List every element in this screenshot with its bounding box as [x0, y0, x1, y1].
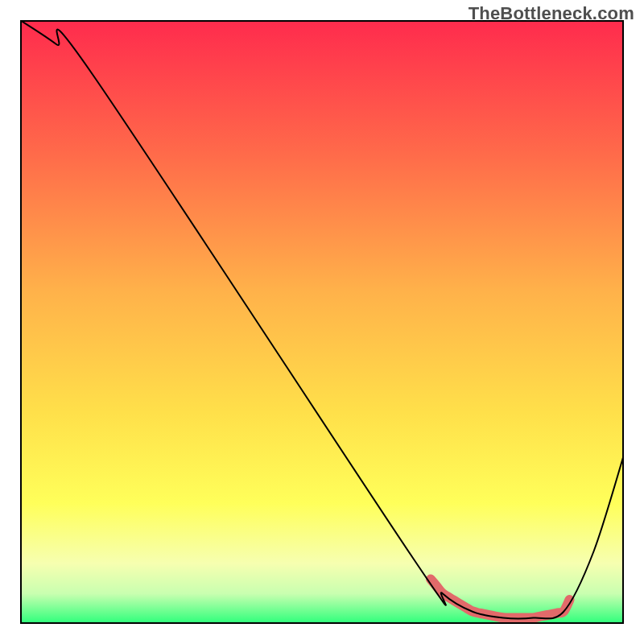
chart-plot	[20, 20, 624, 624]
gradient-background-rect	[20, 20, 624, 624]
chart-svg	[20, 20, 624, 624]
watermark-text: TheBottleneck.com	[469, 3, 634, 24]
